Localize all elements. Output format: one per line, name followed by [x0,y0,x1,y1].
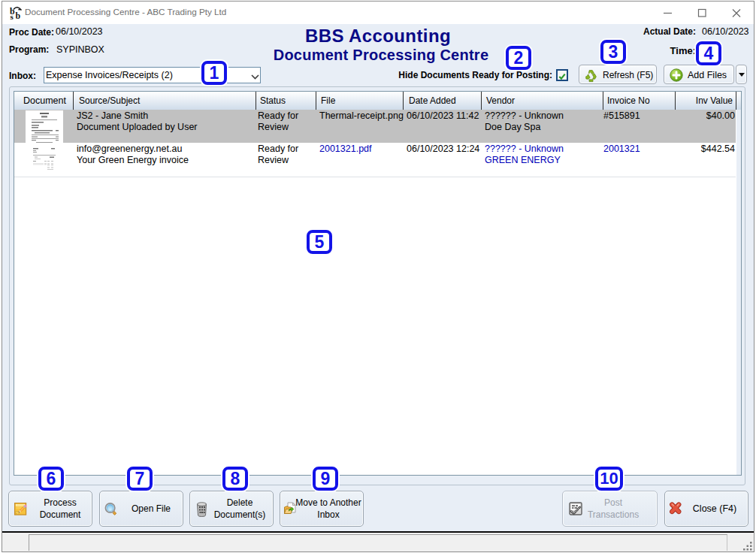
svg-text:b: b [16,11,21,21]
svg-text:s: s [11,12,14,20]
